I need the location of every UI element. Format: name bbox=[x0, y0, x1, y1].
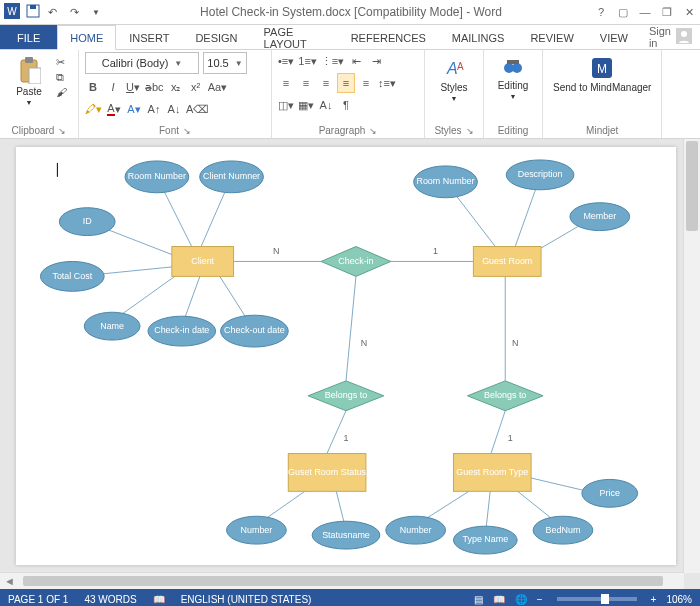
tab-home[interactable]: HOME bbox=[57, 25, 116, 50]
decrease-indent-icon[interactable]: ⇤ bbox=[348, 52, 364, 70]
line-spacing-icon[interactable]: ↕≡▾ bbox=[378, 74, 396, 92]
tab-page-layout[interactable]: PAGE LAYOUT bbox=[251, 25, 338, 49]
tab-view[interactable]: VIEW bbox=[587, 25, 641, 49]
paragraph-launcher-icon[interactable]: ↘ bbox=[369, 126, 377, 136]
italic-icon[interactable]: I bbox=[105, 78, 121, 96]
close-icon[interactable]: ✕ bbox=[682, 5, 696, 19]
editing-button[interactable]: Editing ▼ bbox=[490, 52, 536, 104]
font-color-icon[interactable]: A▾ bbox=[106, 100, 122, 118]
horizontal-scrollbar[interactable]: ◄ bbox=[0, 572, 684, 589]
subscript-icon[interactable]: x₂ bbox=[168, 78, 184, 96]
horizontal-scroll-thumb[interactable] bbox=[23, 576, 663, 586]
font-name-combo[interactable]: Calibri (Body)▼ bbox=[85, 52, 199, 74]
status-words[interactable]: 43 WORDS bbox=[84, 594, 136, 605]
increase-indent-icon[interactable]: ⇥ bbox=[368, 52, 384, 70]
font-name-value: Calibri (Body) bbox=[102, 57, 169, 69]
vertical-scroll-thumb[interactable] bbox=[686, 141, 698, 231]
styles-icon: AA bbox=[441, 56, 467, 80]
highlight-icon[interactable]: 🖍▾ bbox=[85, 100, 102, 118]
numbering-icon[interactable]: 1≡▾ bbox=[298, 52, 317, 70]
zoom-out-icon[interactable]: − bbox=[537, 594, 543, 605]
copy-icon[interactable]: ⧉ bbox=[56, 71, 72, 84]
zoom-slider-thumb[interactable] bbox=[601, 594, 609, 604]
send-to-mindmanager-button[interactable]: M Send to MindManager bbox=[549, 52, 655, 97]
word-icon: W bbox=[4, 3, 20, 21]
bold-icon[interactable]: B bbox=[85, 78, 101, 96]
proofing-icon[interactable]: 📖 bbox=[153, 594, 165, 605]
zoom-level[interactable]: 106% bbox=[666, 594, 692, 605]
font-launcher-icon[interactable]: ↘ bbox=[183, 126, 191, 136]
tab-insert[interactable]: INSERT bbox=[116, 25, 182, 49]
attr-checkout-date: Check-out date bbox=[221, 315, 289, 347]
svg-text:Room Number: Room Number bbox=[128, 171, 186, 181]
align-center-icon[interactable]: ≡ bbox=[298, 74, 314, 92]
svg-point-12 bbox=[512, 63, 522, 73]
svg-point-5 bbox=[681, 31, 687, 37]
font-size-combo[interactable]: 10.5▼ bbox=[203, 52, 247, 74]
zoom-in-icon[interactable]: + bbox=[651, 594, 657, 605]
tab-file[interactable]: FILE bbox=[0, 25, 57, 49]
align-left-icon[interactable]: ≡ bbox=[278, 74, 294, 92]
clear-formatting-icon[interactable]: A⌫ bbox=[186, 100, 209, 118]
status-language[interactable]: ENGLISH (UNITED STATES) bbox=[181, 594, 312, 605]
text-effects-icon[interactable]: A▾ bbox=[126, 100, 142, 118]
attr-price: Price bbox=[582, 479, 638, 507]
show-marks-icon[interactable]: ¶ bbox=[338, 96, 354, 114]
zoom-slider[interactable] bbox=[557, 597, 637, 601]
shrink-font-icon[interactable]: A↓ bbox=[166, 100, 182, 118]
undo-icon[interactable]: ↶ bbox=[48, 6, 64, 19]
vertical-scrollbar[interactable] bbox=[683, 139, 700, 573]
tab-references[interactable]: REFERENCES bbox=[338, 25, 439, 49]
attr-room-number-2: Room Number bbox=[414, 166, 478, 198]
strikethrough-icon[interactable]: a̶bc bbox=[145, 78, 164, 96]
minimize-icon[interactable]: — bbox=[638, 5, 652, 19]
grow-font-icon[interactable]: A↑ bbox=[146, 100, 162, 118]
print-layout-view-icon[interactable]: ▤ bbox=[474, 594, 483, 605]
web-layout-view-icon[interactable]: 🌐 bbox=[515, 594, 527, 605]
shading-icon[interactable]: ◫▾ bbox=[278, 96, 294, 114]
attr-client-number: Client Numner bbox=[200, 161, 264, 193]
chevron-down-icon: ▼ bbox=[510, 93, 517, 100]
cut-icon[interactable]: ✂ bbox=[56, 56, 72, 69]
change-case-icon[interactable]: Aa▾ bbox=[208, 78, 227, 96]
align-right-icon[interactable]: ≡ bbox=[318, 74, 334, 92]
redo-icon[interactable]: ↷ bbox=[70, 6, 86, 19]
ribbon-display-icon[interactable]: ▢ bbox=[616, 5, 630, 19]
qat-customize-icon[interactable]: ▼ bbox=[92, 8, 108, 17]
styles-launcher-icon[interactable]: ↘ bbox=[466, 126, 474, 136]
justify-icon[interactable]: ≡ bbox=[338, 74, 354, 92]
format-painter-icon[interactable]: 🖌 bbox=[56, 86, 72, 98]
page[interactable]: N 1 N N 1 1 Room Number Client Numner ID… bbox=[16, 147, 676, 565]
status-page[interactable]: PAGE 1 OF 1 bbox=[8, 594, 68, 605]
read-mode-view-icon[interactable]: 📖 bbox=[493, 594, 505, 605]
window-title: Hotel Check-in System.docx [Compatibilit… bbox=[108, 5, 594, 19]
tab-mailings[interactable]: MAILINGS bbox=[439, 25, 518, 49]
bullets-icon[interactable]: •≡▾ bbox=[278, 52, 294, 70]
svg-text:M: M bbox=[597, 62, 607, 76]
svg-text:ID: ID bbox=[83, 216, 92, 226]
superscript-icon[interactable]: x² bbox=[188, 78, 204, 96]
svg-text:Member: Member bbox=[583, 211, 616, 221]
underline-icon[interactable]: U▾ bbox=[125, 78, 141, 96]
help-icon[interactable]: ? bbox=[594, 5, 608, 19]
paste-button[interactable]: Paste ▼ bbox=[6, 52, 52, 110]
entity-guest-room-status: Guset Room Status bbox=[288, 454, 367, 492]
svg-text:Description: Description bbox=[518, 169, 563, 179]
group-styles-label: Styles bbox=[434, 125, 461, 136]
multilevel-list-icon[interactable]: ⋮≡▾ bbox=[321, 52, 344, 70]
borders-icon[interactable]: ▦▾ bbox=[298, 96, 314, 114]
scroll-left-icon[interactable]: ◄ bbox=[0, 575, 19, 587]
attr-status-name: Statusname bbox=[312, 521, 380, 549]
distributed-icon[interactable]: ≡ bbox=[358, 74, 374, 92]
tab-review[interactable]: REVIEW bbox=[517, 25, 586, 49]
clipboard-launcher-icon[interactable]: ↘ bbox=[58, 126, 66, 136]
restore-icon[interactable]: ❐ bbox=[660, 5, 674, 19]
sign-in-link[interactable]: Sign in bbox=[641, 25, 700, 49]
rel-belongs-2: Belongs to bbox=[467, 381, 543, 411]
sort-icon[interactable]: A↓ bbox=[318, 96, 334, 114]
group-clipboard: Paste ▼ ✂ ⧉ 🖌 Clipboard↘ bbox=[0, 50, 79, 138]
svg-text:Check-out date: Check-out date bbox=[224, 325, 285, 335]
tab-design[interactable]: DESIGN bbox=[182, 25, 250, 49]
styles-button[interactable]: AA Styles ▼ bbox=[431, 52, 477, 106]
save-icon[interactable] bbox=[26, 4, 42, 20]
